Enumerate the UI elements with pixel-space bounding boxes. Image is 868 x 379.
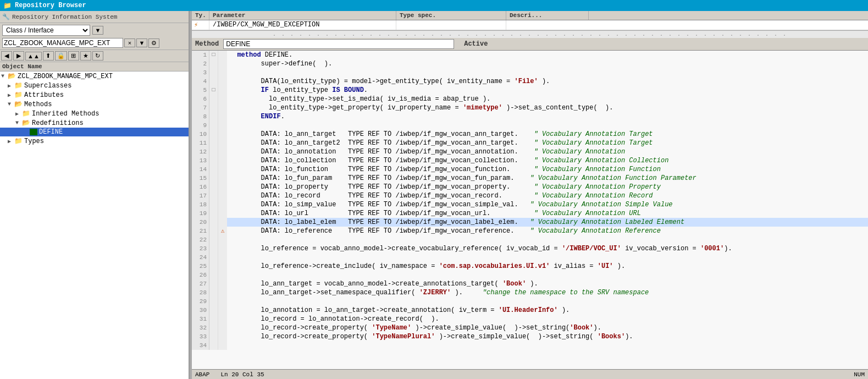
code-line-25[interactable]: 25 lo_reference->create_include( iv_name… <box>192 262 868 271</box>
line-content-20[interactable]: DATA: lo_label_elem TYPE REF TO /iwbep/i… <box>227 218 868 227</box>
code-line-2[interactable]: 2 super->define( ). <box>192 59 868 68</box>
line-content-34[interactable] <box>227 341 868 350</box>
code-line-5[interactable]: 5□ IF lo_entity_type IS BOUND. <box>192 86 868 95</box>
line-content-28[interactable]: lo_ann_target->set_namespace_qualifier( … <box>227 288 868 297</box>
code-line-1[interactable]: 1□ method DEFINE. <box>192 51 868 59</box>
copy-btn[interactable]: ⊞ <box>68 51 79 61</box>
line-content-16[interactable]: DATA: lo_property TYPE REF TO /iwbep/if_… <box>227 183 868 191</box>
code-line-9[interactable]: 9 <box>192 121 868 130</box>
tree-item-define[interactable]: DEFINE <box>0 128 189 136</box>
code-line-3[interactable]: 3 <box>192 68 868 77</box>
code-line-16[interactable]: 16 DATA: lo_property TYPE REF TO /iwbep/… <box>192 183 868 191</box>
lock-btn[interactable]: 🔒 <box>55 51 67 61</box>
line-number-11: 11 <box>192 139 209 147</box>
line-content-19[interactable]: DATA: lo_url TYPE REF TO /iwbep/if_mgw_v… <box>227 209 868 218</box>
line-content-11[interactable]: DATA: lo_ann_target2 TYPE REF TO /iwbep/… <box>227 139 868 147</box>
code-line-18[interactable]: 18 DATA: lo_simp_value TYPE REF TO /iwbe… <box>192 200 868 209</box>
line-content-15[interactable]: DATA: lo_fun_param TYPE REF TO /iwbep/if… <box>227 174 868 183</box>
code-line-33[interactable]: 33 lo_record->create_property( 'TypeName… <box>192 332 868 341</box>
line-content-25[interactable]: lo_reference->create_include( iv_namespa… <box>227 262 868 271</box>
line-error-11 <box>218 139 227 147</box>
refresh-btn[interactable]: ↻ <box>92 51 103 61</box>
tree-item-redefinitions[interactable]: ▼ 📂 Redefinitions <box>0 118 189 128</box>
nav-up-btn[interactable]: ▲▲ <box>25 52 42 61</box>
code-line-32[interactable]: 32 lo_record->create_property( 'TypeName… <box>192 323 868 332</box>
line-number-17: 17 <box>192 191 209 200</box>
line-content-18[interactable]: DATA: lo_simp_value TYPE REF TO /iwbep/i… <box>227 200 868 209</box>
line-content-31[interactable]: lo_record = lo_annotation->create_record… <box>227 315 868 323</box>
code-line-8[interactable]: 8 ENDIF. <box>192 112 868 121</box>
line-content-12[interactable]: DATA: lo_annotation TYPE REF TO /iwbep/i… <box>227 147 868 156</box>
line-content-5[interactable]: IF lo_entity_type IS BOUND. <box>227 86 868 95</box>
code-line-31[interactable]: 31 lo_record = lo_annotation->create_rec… <box>192 315 868 323</box>
line-content-32[interactable]: lo_record->create_property( 'TypeName' )… <box>227 323 868 332</box>
code-line-12[interactable]: 12 DATA: lo_annotation TYPE REF TO /iwbe… <box>192 147 868 156</box>
code-line-34[interactable]: 34 <box>192 341 868 350</box>
tree-item-root[interactable]: ▼ 📂 ZCL_ZBOOK_MANAGE_MPC_EXT <box>0 72 189 81</box>
line-content-8[interactable]: ENDIF. <box>227 112 868 121</box>
code-line-22[interactable]: 22 <box>192 235 868 244</box>
line-content-3[interactable] <box>227 68 868 77</box>
line-content-24[interactable] <box>227 253 868 262</box>
code-line-28[interactable]: 28 lo_ann_target->set_namespace_qualifie… <box>192 288 868 297</box>
code-line-6[interactable]: 6 lo_entity_type->set_is_media( iv_is_me… <box>192 95 868 103</box>
nav-down-btn[interactable]: ▼ <box>136 39 147 47</box>
nav-forward-btn[interactable]: ▶ <box>13 51 24 61</box>
code-line-23[interactable]: 23 lo_reference = vocab_anno_model->crea… <box>192 244 868 253</box>
line-content-7[interactable]: lo_entity_type->get_property( iv_propert… <box>227 103 868 112</box>
line-content-14[interactable]: DATA: lo_function TYPE REF TO /iwbep/if_… <box>227 165 868 174</box>
code-line-27[interactable]: 27 lo_ann_target = vocab_anno_model->cre… <box>192 279 868 288</box>
line-content-26[interactable] <box>227 271 868 279</box>
line-content-17[interactable]: DATA: lo_record TYPE REF TO /iwbep/if_mg… <box>227 191 868 200</box>
line-error-28 <box>218 288 227 297</box>
nav-back-btn[interactable]: ◀ <box>1 51 12 61</box>
line-number-7: 7 <box>192 103 209 112</box>
dropdown-arrow-btn[interactable]: ▼ <box>92 26 103 35</box>
tree-item-inherited[interactable]: ▶ 📁 Inherited Methods <box>0 109 189 118</box>
line-content-9[interactable] <box>227 121 868 130</box>
code-line-26[interactable]: 26 <box>192 271 868 279</box>
settings-btn[interactable]: ⚙ <box>148 39 159 48</box>
code-line-14[interactable]: 14 DATA: lo_function TYPE REF TO /iwbep/… <box>192 165 868 174</box>
code-line-13[interactable]: 13 DATA: lo_collection TYPE REF TO /iwbe… <box>192 156 868 165</box>
code-editor[interactable]: 1□ method DEFINE.2 super->define( ).34 D… <box>192 51 868 369</box>
tree-item-methods[interactable]: ▼ 📂 Methods <box>0 100 189 109</box>
code-line-10[interactable]: 10 DATA: lo_ann_target TYPE REF TO /iwbe… <box>192 130 868 139</box>
code-line-29[interactable]: 29 <box>192 297 868 306</box>
code-line-21[interactable]: 21⚠ DATA: lo_reference TYPE REF TO /iwbe… <box>192 227 868 235</box>
line-content-1[interactable]: method DEFINE. <box>227 51 868 59</box>
code-line-17[interactable]: 17 DATA: lo_record TYPE REF TO /iwbep/if… <box>192 191 868 200</box>
clear-btn[interactable]: × <box>124 39 135 47</box>
line-content-10[interactable]: DATA: lo_ann_target TYPE REF TO /iwbep/i… <box>227 130 868 139</box>
line-content-30[interactable]: lo_annotation = lo_ann_target->create_an… <box>227 306 868 315</box>
object-name-input[interactable] <box>2 38 123 48</box>
code-line-7[interactable]: 7 lo_entity_type->get_property( iv_prope… <box>192 103 868 112</box>
line-content-2[interactable]: super->define( ). <box>227 59 868 68</box>
code-line-4[interactable]: 4 DATA(lo_entity_type) = model->get_enti… <box>192 77 868 86</box>
tree-item-superclasses[interactable]: ▶ 📁 Superclasses <box>0 81 189 90</box>
tree-item-attributes[interactable]: ▶ 📁 Attributes <box>0 90 189 100</box>
code-line-30[interactable]: 30 lo_annotation = lo_ann_target->create… <box>192 306 868 315</box>
line-content-21[interactable]: DATA: lo_reference TYPE REF TO /iwbep/if… <box>227 227 868 235</box>
code-line-24[interactable]: 24 <box>192 253 868 262</box>
main-layout: 🔧 Repository Information System Class / … <box>0 11 868 379</box>
line-content-4[interactable]: DATA(lo_entity_type) = model->get_entity… <box>227 77 868 86</box>
code-line-11[interactable]: 11 DATA: lo_ann_target2 TYPE REF TO /iwb… <box>192 139 868 147</box>
tree-item-types[interactable]: ▶ 📁 Types <box>0 136 189 146</box>
code-line-15[interactable]: 15 DATA: lo_fun_param TYPE REF TO /iwbep… <box>192 174 868 183</box>
line-content-6[interactable]: lo_entity_type->set_is_media( iv_is_medi… <box>227 95 868 103</box>
code-line-20[interactable]: 20 DATA: lo_label_elem TYPE REF TO /iwbe… <box>192 218 868 227</box>
line-content-13[interactable]: DATA: lo_collection TYPE REF TO /iwbep/i… <box>227 156 868 165</box>
class-interface-dropdown[interactable]: Class / Interface <box>2 25 90 36</box>
method-input[interactable] <box>223 39 454 49</box>
bookmark-btn[interactable]: ★ <box>80 51 91 61</box>
object-tree[interactable]: ▼ 📂 ZCL_ZBOOK_MANAGE_MPC_EXT ▶ 📁 Supercl… <box>0 72 189 379</box>
code-line-19[interactable]: 19 DATA: lo_url TYPE REF TO /iwbep/if_mg… <box>192 209 868 218</box>
line-content-33[interactable]: lo_record->create_property( 'TypeNamePlu… <box>227 332 868 341</box>
line-content-29[interactable] <box>227 297 868 306</box>
line-expand-12 <box>209 147 218 156</box>
nav-top-btn[interactable]: ⬆ <box>43 51 54 61</box>
line-content-22[interactable] <box>227 235 868 244</box>
line-content-23[interactable]: lo_reference = vocab_anno_model->create_… <box>227 244 868 253</box>
line-content-27[interactable]: lo_ann_target = vocab_anno_model->create… <box>227 279 868 288</box>
